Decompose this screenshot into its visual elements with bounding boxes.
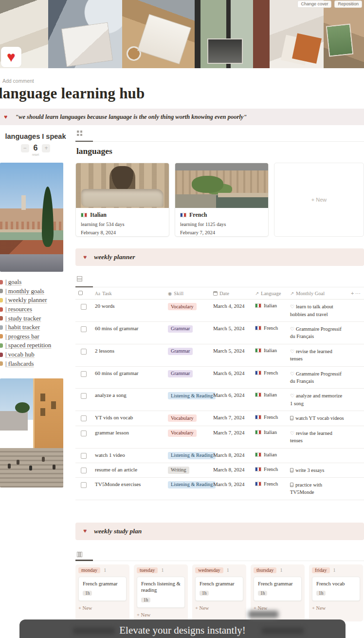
cell-skill[interactable]: Listening & Reading <box>165 477 210 500</box>
board-new-button[interactable]: + New <box>254 605 302 611</box>
cell-skill[interactable]: Listening & Reading <box>165 448 210 463</box>
cell-monthly-goal[interactable]: ♡learn to talk about hobbies and travel <box>287 300 348 322</box>
sidebar-item-goals[interactable]: | goals <box>0 278 71 287</box>
sidebar-item-weekly-planner[interactable]: | weekly planner <box>0 296 71 305</box>
cell-checkbox[interactable] <box>75 411 92 426</box>
board-new-button[interactable]: + New <box>312 605 360 611</box>
day-tag[interactable]: wednesday <box>195 567 223 573</box>
counter-reset-button[interactable]: reset <box>0 153 71 156</box>
cell-skill[interactable]: Vocabulary <box>165 300 210 322</box>
skill-column-header[interactable]: ◉Skill <box>165 287 210 300</box>
language-column-header[interactable]: ↗Language <box>252 287 287 300</box>
table-view-icon[interactable] <box>77 276 82 281</box>
checkbox[interactable] <box>81 304 87 310</box>
day-tag[interactable]: tuesday <box>137 567 158 573</box>
cell-task[interactable]: 60 mins of grammar <box>92 366 165 389</box>
cell-task[interactable]: 60 mins of grammar <box>92 321 165 344</box>
cell-skill[interactable]: Vocabulary <box>165 411 210 426</box>
counter-plus-button[interactable]: + <box>42 144 50 152</box>
sidebar-item-resources[interactable]: | resources <box>0 305 71 314</box>
cell-monthly-goal[interactable]: watch YT vocab videos <box>287 411 348 426</box>
board-card[interactable]: French vocab 1h <box>312 577 360 601</box>
day-tag[interactable]: thursday <box>254 567 276 573</box>
cell-language[interactable]: French <box>252 321 287 344</box>
cell-task[interactable]: resume of an article <box>92 463 165 477</box>
board-view-icon[interactable] <box>77 552 82 557</box>
cell-language[interactable]: French <box>252 411 287 426</box>
checkbox[interactable] <box>81 326 87 332</box>
cell-date[interactable]: March 5, 2024 <box>210 321 252 344</box>
cell-language[interactable]: French <box>252 477 287 500</box>
cell-monthly-goal[interactable]: write 3 essays <box>287 463 348 477</box>
sidebar-item-study-tracker[interactable]: | study tracker <box>0 314 71 323</box>
board-card[interactable]: French grammar 1h <box>195 577 243 601</box>
monthly-goal-column-header[interactable]: ↗Monthly Goal <box>287 287 348 300</box>
checkbox[interactable] <box>81 482 87 488</box>
sidebar-item-spaced-repetition[interactable]: | spaced repetition <box>0 341 71 350</box>
language-card-french[interactable]: French learning for 1125 days February 7… <box>175 163 269 237</box>
cell-monthly-goal[interactable]: ♡revise the learned tenses <box>287 426 348 448</box>
cell-skill[interactable]: Listening & Reading <box>165 389 210 411</box>
more-options-button[interactable]: ⋯ <box>355 290 361 296</box>
cell-monthly-goal[interactable]: practice with TV5Monde <box>287 477 348 500</box>
cell-language[interactable]: Italian <box>252 300 287 322</box>
checkbox[interactable] <box>81 453 87 459</box>
sidebar-item-vocab-hub[interactable]: | vocab hub <box>0 350 71 359</box>
date-column-header[interactable]: Date <box>210 287 252 300</box>
cell-task[interactable]: watch 1 video <box>92 448 165 463</box>
cell-skill[interactable]: Grammar <box>165 321 210 344</box>
day-tag[interactable]: friday <box>312 567 330 573</box>
board-card[interactable]: French grammar 1h <box>254 577 302 601</box>
cell-task[interactable]: grammar lesson <box>92 426 165 448</box>
cell-monthly-goal[interactable] <box>287 448 348 463</box>
cell-checkbox[interactable] <box>75 426 92 448</box>
cell-date[interactable]: March 6, 2024 <box>210 366 252 389</box>
add-column-button[interactable]: + <box>351 290 354 296</box>
cell-skill[interactable]: Writing <box>165 463 210 477</box>
checkbox[interactable] <box>81 349 87 355</box>
cell-language[interactable]: French <box>252 366 287 389</box>
sidebar-item-flashcards[interactable]: | flashcards <box>0 359 71 368</box>
cell-checkbox[interactable] <box>75 366 92 389</box>
cell-monthly-goal[interactable]: ♡Grammaire Progressif du Français <box>287 321 348 344</box>
board-card[interactable]: French grammar 1h <box>78 577 127 601</box>
cell-date[interactable]: March 5, 2024 <box>210 344 252 366</box>
cell-checkbox[interactable] <box>75 300 92 322</box>
cell-checkbox[interactable] <box>75 463 92 477</box>
cell-task[interactable]: YT vids on vocab <box>92 411 165 426</box>
cell-language[interactable]: Italian <box>252 344 287 366</box>
board-card[interactable]: French listening & reading 1h <box>137 577 185 608</box>
cell-monthly-goal[interactable]: ♡analyze and memorize 1 song <box>287 389 348 411</box>
cell-task[interactable]: analyze a song <box>92 389 165 411</box>
cell-date[interactable]: March 9, 2024 <box>210 477 252 500</box>
checkbox[interactable] <box>81 415 87 421</box>
sidebar-item-habit-tracker[interactable]: | habit tracker <box>0 323 71 332</box>
board-new-button[interactable]: + New <box>78 605 127 611</box>
cell-date[interactable]: March 7, 2024 <box>210 426 252 448</box>
cell-date[interactable]: March 6, 2024 <box>210 389 252 411</box>
checkbox-column-header[interactable] <box>75 287 92 300</box>
checkbox[interactable] <box>81 393 87 399</box>
add-comment-button[interactable]: Add comment <box>2 78 34 84</box>
cell-checkbox[interactable] <box>75 477 92 500</box>
sidebar-item-progress-bar[interactable]: | progress bar <box>0 332 71 341</box>
task-column-header[interactable]: AaTask <box>92 287 165 300</box>
cell-checkbox[interactable] <box>75 389 92 411</box>
board-new-button[interactable]: + New <box>137 612 185 618</box>
cell-monthly-goal[interactable]: ♡revise the learned tenses <box>287 344 348 366</box>
board-new-button[interactable]: + New <box>195 605 243 611</box>
language-card-italian[interactable]: Italian learning for 534 days February 8… <box>75 163 169 237</box>
cell-date[interactable]: March 4, 2024 <box>210 300 252 322</box>
checkbox[interactable] <box>81 431 87 436</box>
day-tag[interactable]: monday <box>78 567 100 573</box>
checkbox[interactable] <box>81 468 87 473</box>
gallery-new-button[interactable]: + New <box>274 163 364 237</box>
gallery-view-icon[interactable] <box>77 131 82 136</box>
cell-date[interactable]: March 8, 2024 <box>210 448 252 463</box>
cell-date[interactable]: March 8, 2024 <box>210 463 252 477</box>
cell-language[interactable]: Italian <box>252 426 287 448</box>
cell-language[interactable]: Italian <box>252 389 287 411</box>
cell-task[interactable]: TV5Monde exercises <box>92 477 165 500</box>
cell-checkbox[interactable] <box>75 344 92 366</box>
cell-language[interactable]: French <box>252 463 287 477</box>
